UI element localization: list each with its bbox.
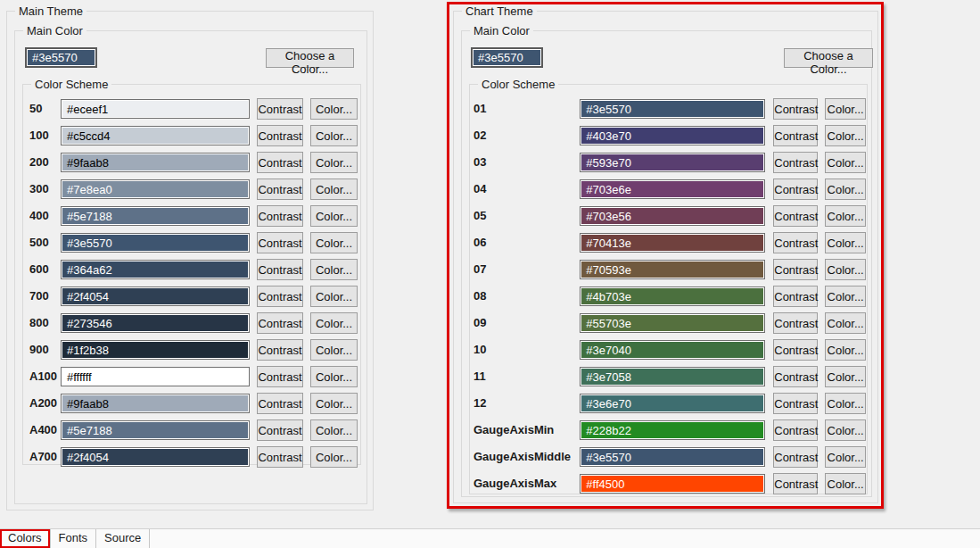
main-color-value-field[interactable]: #3e5570 [25, 47, 97, 68]
color-button[interactable]: Color... [825, 393, 866, 414]
bottom-tab-bar: Colors Fonts Source [0, 528, 980, 548]
color-button[interactable]: Color... [310, 259, 358, 280]
color-value-field[interactable]: #228b22 [580, 420, 765, 440]
contrast-button[interactable]: Contrast [257, 339, 303, 361]
choose-color-button[interactable]: Choose a Color... [784, 48, 873, 68]
contrast-button[interactable]: Contrast [773, 286, 818, 307]
color-button[interactable]: Color... [825, 179, 866, 200]
contrast-button[interactable]: Contrast [773, 393, 818, 414]
color-value-field[interactable]: #70593e [580, 260, 765, 279]
color-button[interactable]: Color... [310, 312, 358, 334]
color-value-field[interactable]: #3e5570 [580, 447, 765, 467]
color-value-field[interactable]: #c5ccd4 [61, 126, 250, 145]
color-value-field[interactable]: #3e5570 [580, 99, 765, 119]
color-value-field[interactable]: #703e56 [580, 206, 765, 226]
color-value-field[interactable]: #9faab8 [61, 394, 250, 413]
contrast-button[interactable]: Contrast [773, 232, 818, 253]
color-button[interactable]: Color... [310, 232, 358, 253]
contrast-button[interactable]: Contrast [257, 393, 303, 414]
color-value-field[interactable]: #2f4054 [61, 447, 250, 467]
contrast-button[interactable]: Contrast [257, 312, 303, 334]
color-button[interactable]: Color... [310, 286, 358, 307]
color-button[interactable]: Color... [310, 152, 358, 173]
contrast-button[interactable]: Contrast [773, 179, 818, 200]
contrast-button[interactable]: Contrast [257, 286, 303, 307]
color-value-field[interactable]: #3e5570 [61, 233, 250, 253]
main-color-title: Main Color [23, 24, 86, 37]
color-button[interactable]: Color... [825, 339, 866, 361]
color-value-field[interactable]: #7e8ea0 [61, 179, 250, 199]
contrast-button[interactable]: Contrast [257, 446, 303, 468]
color-scheme-row: 600#364a62ContrastColor... [29, 256, 358, 283]
color-button[interactable]: Color... [825, 259, 866, 280]
color-value-field[interactable]: #273546 [61, 313, 250, 333]
color-scheme-row: 08#4b703eContrastColor... [474, 283, 866, 310]
contrast-button[interactable]: Contrast [257, 125, 303, 146]
color-button[interactable]: Color... [825, 286, 866, 307]
main-color-value-field[interactable]: #3e5570 [471, 47, 543, 68]
color-button[interactable]: Color... [825, 98, 866, 120]
color-button[interactable]: Color... [310, 366, 358, 387]
color-value-field[interactable]: #2f4054 [61, 286, 250, 306]
color-value-field[interactable]: #364a62 [61, 260, 250, 279]
tab-colors[interactable]: Colors [0, 529, 51, 548]
color-button[interactable]: Color... [310, 446, 358, 468]
color-button[interactable]: Color... [825, 446, 866, 468]
theme-editor-window: Main Theme Main Color #3e5570 Choose a C… [0, 0, 980, 548]
color-value-field[interactable]: #5e7188 [61, 206, 250, 226]
color-button[interactable]: Color... [825, 125, 866, 146]
color-button[interactable]: Color... [310, 339, 358, 361]
contrast-button[interactable]: Contrast [257, 366, 303, 387]
choose-color-button[interactable]: Choose a Color... [266, 48, 354, 68]
contrast-button[interactable]: Contrast [773, 419, 818, 441]
color-button[interactable]: Color... [310, 125, 358, 146]
color-button[interactable]: Color... [825, 205, 866, 227]
contrast-button[interactable]: Contrast [773, 152, 818, 173]
contrast-button[interactable]: Contrast [773, 312, 818, 334]
color-button[interactable]: Color... [825, 232, 866, 253]
row-key-label: 06 [474, 229, 580, 256]
color-value-field[interactable]: #403e70 [580, 126, 765, 145]
contrast-button[interactable]: Contrast [773, 446, 818, 468]
contrast-button[interactable]: Contrast [773, 125, 818, 146]
color-value-field[interactable]: #ff4500 [580, 474, 765, 494]
color-value-field[interactable]: #703e6e [580, 179, 765, 199]
contrast-button[interactable]: Contrast [773, 366, 818, 387]
contrast-button[interactable]: Contrast [773, 259, 818, 280]
contrast-button[interactable]: Contrast [257, 232, 303, 253]
color-value-field[interactable]: #9faab8 [61, 153, 250, 172]
color-button[interactable]: Color... [310, 98, 358, 120]
tab-source[interactable]: Source [96, 529, 150, 548]
color-button[interactable]: Color... [310, 393, 358, 414]
contrast-button[interactable]: Contrast [257, 179, 303, 200]
color-value-field[interactable]: #593e70 [580, 153, 765, 172]
color-button[interactable]: Color... [825, 419, 866, 441]
contrast-button[interactable]: Contrast [773, 339, 818, 361]
color-value-field[interactable]: #3e7040 [580, 340, 765, 360]
color-button[interactable]: Color... [310, 419, 358, 441]
color-value-field[interactable]: #1f2b38 [61, 340, 250, 360]
color-value-field[interactable]: #55703e [580, 313, 765, 333]
color-value-field[interactable]: #4b703e [580, 286, 765, 306]
contrast-button[interactable]: Contrast [773, 473, 818, 494]
color-button[interactable]: Color... [825, 366, 866, 387]
color-button[interactable]: Color... [310, 205, 358, 227]
color-button[interactable]: Color... [825, 152, 866, 173]
contrast-button[interactable]: Contrast [257, 419, 303, 441]
color-value-field[interactable]: #70413e [580, 233, 765, 253]
contrast-button[interactable]: Contrast [257, 98, 303, 120]
contrast-button[interactable]: Contrast [257, 152, 303, 173]
color-value-field[interactable]: #3e7058 [580, 367, 765, 386]
contrast-button[interactable]: Contrast [773, 205, 818, 227]
contrast-button[interactable]: Contrast [257, 205, 303, 227]
color-value-field[interactable]: #ffffff [61, 367, 250, 386]
color-value-field[interactable]: #eceef1 [61, 99, 250, 119]
color-button[interactable]: Color... [825, 473, 866, 494]
color-value-field[interactable]: #3e6e70 [580, 394, 765, 413]
color-button[interactable]: Color... [310, 179, 358, 200]
contrast-button[interactable]: Contrast [257, 259, 303, 280]
color-value-field[interactable]: #5e7188 [61, 420, 250, 440]
tab-fonts[interactable]: Fonts [51, 529, 97, 548]
contrast-button[interactable]: Contrast [773, 98, 818, 120]
color-button[interactable]: Color... [825, 312, 866, 334]
